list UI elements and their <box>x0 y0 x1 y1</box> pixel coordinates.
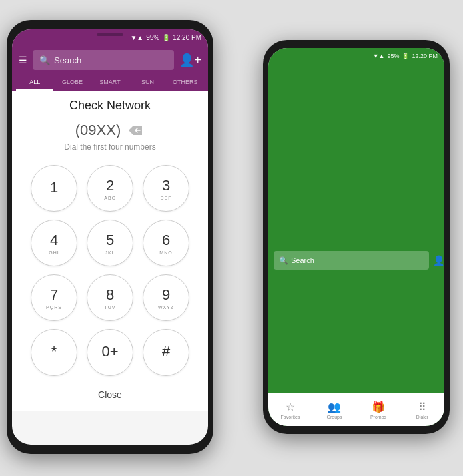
front-time: 12:20 PM <box>173 34 201 41</box>
front-tab-sun[interactable]: SUN <box>129 75 166 91</box>
promos-icon: 🎁 <box>372 401 385 413</box>
dial-key-9[interactable]: 9 WXYZ <box>143 274 189 321</box>
back-battery-icon: 🔋 <box>402 53 409 59</box>
promos-label: Promos <box>370 415 386 419</box>
dial-key-8[interactable]: 8 TUV <box>87 274 133 321</box>
dial-number: (09XX) <box>75 122 121 139</box>
favorites-label: Favorites <box>281 415 300 419</box>
dial-key-4[interactable]: 4 GHI <box>31 220 77 266</box>
nav-dialer[interactable]: ⠿ Dialer <box>400 401 444 419</box>
dial-key-star[interactable]: * <box>31 329 77 376</box>
dial-pad: 1 2 ABC 3 DEF 4 GHI 5 JKL <box>30 165 190 376</box>
front-status-bar: ▼▲ 95% 🔋 12:20 PM <box>12 29 208 45</box>
front-phone-screen: ▼▲ 95% 🔋 12:20 PM ☰ 🔍 Search 👤+ ALL GLOB… <box>12 29 208 445</box>
nav-promos[interactable]: 🎁 Promos <box>356 401 400 419</box>
front-search-input[interactable]: 🔍 Search <box>33 50 174 70</box>
back-search-bar: 🔍 Search 👤+ <box>268 64 444 426</box>
front-battery-icon: 🔋 <box>162 34 170 41</box>
dial-key-0[interactable]: 0+ <box>87 329 133 376</box>
back-battery: 95% <box>387 53 399 59</box>
front-tabs: ALL GLOBE SMART SUN OTHERS <box>12 75 208 91</box>
back-signal-icon: ▼▲ <box>373 53 385 59</box>
dial-key-7[interactable]: 7 PQRS <box>31 274 77 321</box>
close-button[interactable]: Close <box>98 389 122 400</box>
user-add-icon[interactable]: 👤+ <box>179 53 201 67</box>
back-time: 12:20 PM <box>412 53 438 59</box>
dial-content: Check Network (09XX) Dial the first four… <box>12 91 208 411</box>
front-phone: ▼▲ 95% 🔋 12:20 PM ☰ 🔍 Search 👤+ ALL GLOB… <box>7 20 213 454</box>
dial-key-hash[interactable]: # <box>143 329 189 376</box>
front-tab-others[interactable]: OTHERS <box>167 75 204 91</box>
hamburger-icon[interactable]: ☰ <box>19 55 27 65</box>
dialer-label: Dialer <box>416 415 428 419</box>
front-battery-pct: 95% <box>146 34 159 41</box>
back-phone: ▼▲ 95% 🔋 12:20 PM 🔍 Search 👤+ GLOBE SMAR… <box>263 40 450 434</box>
front-search-bar: ☰ 🔍 Search 👤+ <box>12 45 208 75</box>
front-tab-smart[interactable]: SMART <box>91 75 129 91</box>
dial-key-1[interactable]: 1 <box>31 165 77 212</box>
dial-key-6[interactable]: 6 MNO <box>143 220 189 266</box>
front-tab-all[interactable]: ALL <box>16 75 53 91</box>
front-search-placeholder: Search <box>54 55 81 65</box>
front-search-icon: 🔍 <box>39 55 50 65</box>
back-user-add-icon[interactable]: 👤+ <box>433 255 444 266</box>
backspace-button[interactable] <box>126 121 145 140</box>
back-search-icon: 🔍 <box>279 256 288 265</box>
back-search-input[interactable]: 🔍 Search <box>274 251 429 270</box>
dial-hint: Dial the first four numbers <box>64 142 155 152</box>
back-search-placeholder: Search <box>291 256 314 264</box>
dial-key-3[interactable]: 3 DEF <box>143 165 189 212</box>
back-status-bar: ▼▲ 95% 🔋 12:20 PM <box>268 48 444 64</box>
front-signal-icon: ▼▲ <box>130 34 143 41</box>
groups-label: Groups <box>327 415 342 419</box>
bottom-nav: ☆ Favorites 👥 Groups 🎁 Promos ⠿ Dialer <box>268 393 444 426</box>
dial-key-2[interactable]: 2 ABC <box>87 165 133 212</box>
dial-display: (09XX) <box>75 121 145 140</box>
groups-icon: 👥 <box>328 401 341 413</box>
favorites-icon: ☆ <box>286 401 295 413</box>
dialer-icon: ⠿ <box>418 401 426 413</box>
nav-groups[interactable]: 👥 Groups <box>312 401 356 419</box>
speaker <box>97 33 123 36</box>
dial-key-5[interactable]: 5 JKL <box>87 220 133 266</box>
back-phone-screen: ▼▲ 95% 🔋 12:20 PM 🔍 Search 👤+ GLOBE SMAR… <box>268 48 444 426</box>
check-network-title: Check Network <box>69 99 151 113</box>
front-tab-globe[interactable]: GLOBE <box>53 75 91 91</box>
nav-favorites[interactable]: ☆ Favorites <box>268 401 312 419</box>
